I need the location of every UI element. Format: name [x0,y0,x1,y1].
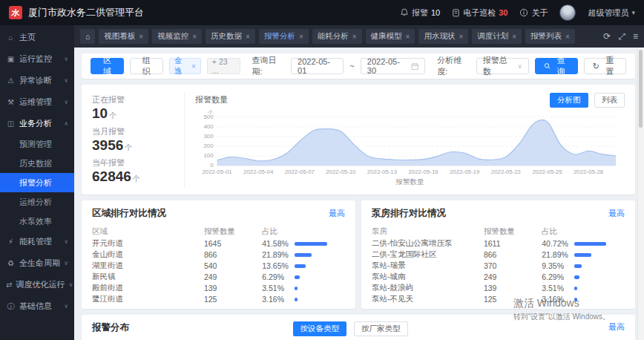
table-row[interactable]: 开元街道 1645 41.58% [92,238,345,249]
sidebar-item-ops-management[interactable]: ⚒ 运维管理 ∨ [0,91,74,113]
app-logo-icon: 水 [9,6,22,19]
more-tags-badge[interactable]: + 23 ... [207,58,240,74]
tab-home[interactable]: ⌂ [80,29,95,44]
alarm-count-badge: 10 [431,8,440,17]
ranking-section: 区域排行对比情况 最高 区域 报警数量 占比 开元街道 1645 41.58% [82,200,635,309]
table-row[interactable]: 泵站-瑞景 370 9.35% [372,261,625,272]
dimension-select[interactable]: 报警总数 ∨ [476,58,529,74]
submenu-alarm-analysis[interactable]: 报警分析 [0,173,74,192]
tab-energy-analysis[interactable]: 能耗分析× [312,29,362,44]
home-icon: ⌂ [85,32,90,41]
table-row[interactable]: 金山街道 866 21.89% [92,249,345,261]
close-icon[interactable]: × [246,33,250,41]
sidebar-item-lifecycle[interactable]: ♻ 全生命周期 ∨ [0,252,74,274]
percent-bar [295,298,298,301]
svg-text:2022-05-04: 2022-05-04 [243,169,273,175]
close-icon[interactable]: × [139,33,143,41]
tab-alarm-analysis[interactable]: 报警分析× [259,29,309,44]
submenu-ops-analysis[interactable]: 运维分析 [0,192,74,212]
sidebar-item-energy[interactable]: ⚡ 能耗管理 ∨ [0,231,74,252]
tab-dispatch-plan[interactable]: 调度计划× [472,29,522,44]
region-ranking-link[interactable]: 最高 [329,208,345,219]
sidebar-item-basic-info[interactable]: ⓘ 基础信息 ∨ [0,295,74,317]
close-icon[interactable]: × [299,33,303,41]
org-filter-button[interactable]: 组织 [130,58,163,74]
scrollbar-thumb[interactable] [639,50,643,128]
reset-button[interactable]: ↻ 重置 [584,58,626,74]
close-icon[interactable]: × [192,33,197,41]
selected-region-tag[interactable]: 金逸 × [169,58,201,74]
close-icon[interactable]: × [459,33,463,41]
chevron-down-icon: ∨ [68,281,73,288]
close-icon[interactable]: × [512,33,516,41]
start-date-input[interactable]: 2022-05-01 [291,58,344,74]
tab-video-monitoring[interactable]: 视频监控× [152,29,202,44]
alarm-indicator[interactable]: 报警 10 [400,7,440,19]
by-vendor-type-button[interactable]: 按厂家类型 [354,321,408,336]
about-button[interactable]: 关于 [519,7,548,19]
sidebar-item-home[interactable]: ⌂ 主页 [0,27,74,48]
close-icon[interactable]: × [191,62,196,71]
patrol-label: 电子巡检 [463,7,496,19]
table-row[interactable]: 二供-宝龙国际社区 866 21.89% [372,249,625,261]
chevron-down-icon: ∨ [64,238,68,245]
table-row[interactable]: 鹭江街道 125 3.16% [92,294,345,305]
sidebar-item-diagnosis[interactable]: ⚠ 异常诊断 ∨ [0,70,74,91]
column-header: 泵房 [372,226,484,237]
user-name: 超级管理员 [588,7,628,19]
table-row[interactable]: 泵站-鼓浪屿 139 3.51% [372,283,625,294]
stat-current-alarms: 正在报警 10个 [92,94,174,122]
close-icon[interactable]: × [352,33,357,41]
vertical-scrollbar[interactable] [637,48,644,340]
reset-icon: ↻ [593,62,599,71]
submenu-forecast-management[interactable]: 预测管理 [0,134,74,154]
app-title: 厦门市政水务二供管理平台 [28,6,144,19]
tab-alarm-list[interactable]: 报警列表× [525,29,575,44]
chart-view-button[interactable]: 分析图 [550,93,588,108]
list-view-button[interactable]: 列表 [594,93,625,108]
table-row[interactable]: 殿前街道 139 3.51% [92,283,345,294]
end-date-input[interactable]: 2022-05-30 [361,58,425,74]
topbar: 水 厦门市政水务二供管理平台 报警 10 电子巡检 30 关于 超级管理员 ▾ [0,0,644,25]
alarm-stats: 正在报警 10个 当月报警 3956个 当年报警 62846个 [92,92,174,187]
alarm-distribution-title: 报警分布 [92,321,293,334]
svg-text:0: 0 [210,163,213,169]
search-button[interactable]: 查询 [535,58,578,74]
pump-ranking-link[interactable]: 最高 [608,208,625,219]
fullscreen-icon[interactable]: ⤢ [618,31,625,42]
chevron-down-icon: ∨ [64,77,68,84]
tab-view-board[interactable]: 视图看板× [99,29,148,44]
home-icon: ⌂ [6,33,16,42]
region-filter-button[interactable]: 区域 [91,58,124,74]
alarm-distribution-card: 报警分布 按设备类型 按厂家类型 最高 [82,315,635,340]
patrol-indicator[interactable]: 电子巡检 30 [452,7,507,19]
refresh-icon[interactable]: ⟳ [603,31,611,42]
sidebar-item-dispatch-optimization[interactable]: ⇄ 调度优化运行 ∨ [0,274,74,295]
table-row[interactable]: 泵站-不见天 125 3.16% [372,294,625,305]
table-row[interactable]: 湖里街道 540 13.65% [92,261,345,272]
percent-bar [295,275,300,279]
user-menu[interactable]: 超级管理员 ▾ [588,7,635,19]
table-row[interactable]: 二供-怡安山公寓增压泵 1611 40.72% [372,238,625,249]
sidebar-item-business-analysis[interactable]: ◫ 业务分析 ∧ [0,113,74,134]
close-icon[interactable]: × [565,33,570,41]
menu-icon[interactable]: ≡ [633,31,638,42]
wrench-icon: ⚒ [6,98,16,106]
alarm-distribution-link[interactable]: 最高 [608,321,625,333]
percent-bar [295,264,305,268]
tab-health-model[interactable]: 健康模型× [366,29,415,44]
by-device-type-button[interactable]: 按设备类型 [293,321,347,336]
tab-history-data[interactable]: 历史数据× [206,29,255,44]
bell-icon [400,8,409,17]
avatar[interactable] [559,4,576,21]
submenu-pump-efficiency[interactable]: 水泵效率 [0,212,74,231]
submenu-history-data[interactable]: 历史数据 [0,154,74,173]
clipboard-icon [452,8,460,17]
sidebar-item-monitoring[interactable]: ▣ 运行监控 ∨ [0,48,74,70]
close-icon[interactable]: × [406,33,410,41]
table-row[interactable]: 新民镇 249 6.29% [92,272,345,283]
svg-text:2022-05-25: 2022-05-25 [532,169,562,175]
tab-water-usage[interactable]: 用水现状× [418,29,468,44]
table-row[interactable]: 泵站-城南 249 6.29% [372,272,625,283]
app-window: 水 厦门市政水务二供管理平台 报警 10 电子巡检 30 关于 超级管理员 ▾ [0,0,644,340]
